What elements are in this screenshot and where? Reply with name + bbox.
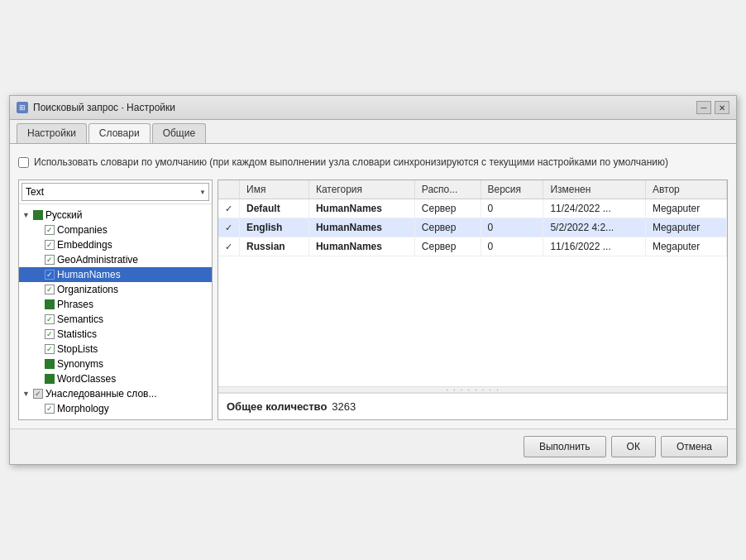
- tree-label-wordclasses: WordClasses: [57, 373, 116, 385]
- default-dictionaries-label: Использовать словари по умолчанию (при к…: [34, 156, 668, 170]
- main-split-area: Text ▼ Русский Companies: [18, 179, 728, 420]
- total-row: Общее количество 3263: [218, 393, 727, 419]
- ok-button[interactable]: ОК: [611, 436, 656, 457]
- tree-label-synonyms: Synonyms: [57, 358, 103, 370]
- total-value: 3263: [332, 400, 356, 413]
- cell-location-1: Сервер: [414, 218, 481, 237]
- tree-label-morphology: Morphology: [57, 403, 109, 414]
- cancel-button[interactable]: Отмена: [661, 436, 728, 457]
- right-panel: Имя Категория Распо... Версия Изменен Ав…: [218, 179, 728, 420]
- tree-label-statistics: Statistics: [57, 328, 97, 340]
- footer: Выполнить ОК Отмена: [10, 428, 736, 464]
- window-title: Поисковый запрос · Настройки: [33, 102, 691, 113]
- cell-author-2: Megaputer: [645, 237, 726, 256]
- tree-square-russian: [33, 210, 43, 220]
- left-panel: Text ▼ Русский Companies: [18, 179, 213, 420]
- col-version: Версия: [481, 180, 543, 199]
- tree-square-wordclasses: [45, 374, 55, 384]
- cell-version-2: 0: [481, 237, 543, 256]
- tree-checkbox-embeddings[interactable]: [45, 240, 55, 250]
- close-button[interactable]: ✕: [715, 101, 729, 114]
- dictionaries-table: Имя Категория Распо... Версия Изменен Ав…: [218, 180, 727, 256]
- cell-modified-2: 11/16/2022 ...: [543, 237, 646, 256]
- tree-label-phrases: Phrases: [57, 299, 93, 310]
- tab-bar: Настройки Словари Общие: [10, 120, 736, 144]
- title-bar-controls: ─ ✕: [696, 101, 729, 114]
- tree-label-semantics: Semantics: [57, 314, 103, 325]
- window-icon: ⊞: [17, 102, 28, 113]
- tree-checkbox-inherited[interactable]: [33, 389, 43, 399]
- tree-item-inherited[interactable]: ▼ Унаследованные слов...: [19, 386, 212, 401]
- tree-label-organizations: Organizations: [57, 284, 118, 295]
- dropdown-row: Text: [19, 180, 212, 204]
- type-dropdown-wrapper: Text: [22, 183, 209, 201]
- tree-item-semantics[interactable]: Semantics: [19, 312, 212, 327]
- tree-checkbox-companies[interactable]: [45, 225, 55, 235]
- tab-general[interactable]: Общие: [152, 123, 206, 143]
- tree-label-russian: Русский: [45, 209, 83, 221]
- total-label: Общее количество: [227, 400, 327, 413]
- cell-modified-0: 11/24/2022 ...: [543, 199, 646, 218]
- col-name: Имя: [240, 180, 309, 199]
- cell-category-0: HumanNames: [308, 199, 414, 218]
- tree-label-companies: Companies: [57, 224, 108, 236]
- tree-checkbox-stoplists[interactable]: [45, 344, 55, 354]
- cell-version-1: 0: [481, 218, 543, 237]
- tree-container: ▼ Русский Companies Embeddings: [19, 204, 212, 419]
- cell-check-1: ✓: [218, 218, 240, 237]
- cell-check-2: ✓: [218, 237, 240, 256]
- table-row[interactable]: ✓ Russian HumanNames Сервер 0 11/16/2022…: [218, 237, 727, 256]
- cell-check-0: ✓: [218, 199, 240, 218]
- tree-item-geoadmin[interactable]: GeoAdministrative: [19, 252, 212, 267]
- tree-item-humannames[interactable]: HumanNames: [19, 267, 212, 282]
- resize-handle[interactable]: · · · · · · · ·: [218, 386, 727, 393]
- tree-checkbox-statistics[interactable]: [45, 329, 55, 339]
- tree-item-russian[interactable]: ▼ Русский: [19, 208, 212, 223]
- tree-item-synonyms[interactable]: Synonyms: [19, 357, 212, 371]
- cell-modified-1: 5/2/2022 4:2...: [543, 218, 646, 237]
- cell-category-1: HumanNames: [308, 218, 414, 237]
- cell-name-2: Russian: [240, 237, 309, 256]
- tab-dictionaries[interactable]: Словари: [88, 123, 151, 143]
- col-location: Распо...: [414, 180, 481, 199]
- tree-item-organizations[interactable]: Organizations: [19, 282, 212, 297]
- tree-item-wordclasses[interactable]: WordClasses: [19, 371, 212, 386]
- tree-checkbox-geoadmin[interactable]: [45, 255, 55, 265]
- title-bar: ⊞ Поисковый запрос · Настройки ─ ✕: [10, 96, 736, 120]
- tree-item-statistics[interactable]: Statistics: [19, 327, 212, 342]
- tree-checkbox-humannames[interactable]: [45, 270, 55, 280]
- tree-label-humannames: HumanNames: [57, 269, 121, 280]
- tree-label-geoadmin: GeoAdministrative: [57, 254, 138, 266]
- cell-name-1: English: [240, 218, 309, 237]
- tree-item-morphology[interactable]: Morphology: [19, 401, 212, 416]
- default-dictionaries-checkbox[interactable]: [18, 157, 29, 168]
- cell-category-2: HumanNames: [308, 237, 414, 256]
- tree-item-phrases[interactable]: Phrases: [19, 297, 212, 312]
- expand-arrow-inherited: ▼: [22, 390, 31, 398]
- tree-checkbox-morphology[interactable]: [45, 404, 55, 414]
- cell-author-0: Megaputer: [645, 199, 726, 218]
- tree-item-companies[interactable]: Companies: [19, 223, 212, 237]
- tab-settings[interactable]: Настройки: [17, 123, 87, 143]
- cell-version-0: 0: [481, 199, 543, 218]
- col-check: [218, 180, 240, 199]
- content-area: Использовать словари по умолчанию (при к…: [10, 144, 736, 428]
- tree-square-phrases: [45, 299, 55, 309]
- tree-checkbox-semantics[interactable]: [45, 314, 55, 324]
- tree-item-stoplists[interactable]: StopLists: [19, 342, 212, 357]
- tree-checkbox-organizations[interactable]: [45, 285, 55, 294]
- tree-label-embeddings: Embeddings: [57, 239, 112, 251]
- table-row[interactable]: ✓ Default HumanNames Сервер 0 11/24/2022…: [218, 199, 727, 218]
- table-row[interactable]: ✓ English HumanNames Сервер 0 5/2/2022 4…: [218, 218, 727, 237]
- execute-button[interactable]: Выполнить: [524, 436, 606, 457]
- default-dictionaries-row: Использовать словари по умолчанию (при к…: [18, 152, 728, 173]
- tree-label-stoplists: StopLists: [57, 343, 98, 355]
- tree-item-embeddings[interactable]: Embeddings: [19, 237, 212, 252]
- col-author: Автор: [645, 180, 726, 199]
- col-modified: Изменен: [543, 180, 646, 199]
- type-dropdown[interactable]: Text: [22, 183, 209, 201]
- tree-label-inherited: Унаследованные слов...: [45, 388, 156, 400]
- cell-location-0: Сервер: [414, 199, 481, 218]
- minimize-button[interactable]: ─: [696, 101, 711, 114]
- expand-arrow-russian: ▼: [22, 211, 31, 219]
